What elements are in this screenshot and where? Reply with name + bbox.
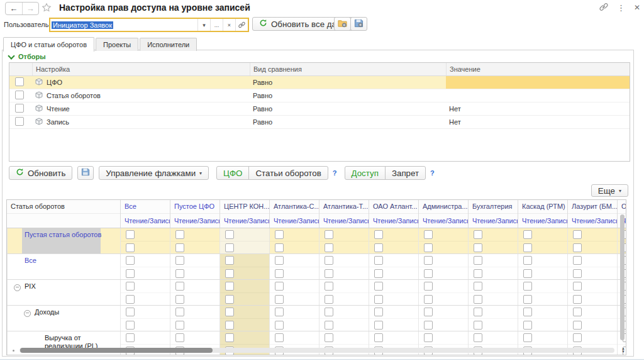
toggle-deny-button[interactable]: Запрет bbox=[385, 166, 426, 180]
write-checkbox[interactable] bbox=[474, 243, 482, 252]
matrix-column-name[interactable]: Администра... bbox=[419, 200, 468, 214]
horizontal-scrollbar-thumb[interactable] bbox=[20, 348, 213, 353]
user-input[interactable]: Инициатор Заявок ▾ ... × bbox=[49, 18, 249, 32]
read-checkbox[interactable] bbox=[275, 256, 284, 265]
read-checkbox[interactable] bbox=[225, 256, 234, 265]
matrix-row-label[interactable]: Пустая статья оборотов bbox=[25, 228, 101, 239]
matrix-column-header[interactable]: Пустое ЦФОЧтение/Запись bbox=[170, 200, 219, 228]
write-checkbox[interactable] bbox=[474, 269, 482, 278]
matrix-row-label-cell[interactable]: Пустая статья оборотов bbox=[7, 228, 120, 253]
write-checkbox[interactable] bbox=[175, 269, 184, 278]
filter-setting-cell[interactable]: Статья оборотов bbox=[32, 91, 250, 100]
filter-comparison-cell[interactable]: Равно bbox=[250, 79, 446, 86]
write-checkbox[interactable] bbox=[374, 269, 383, 278]
write-checkbox[interactable] bbox=[126, 295, 135, 304]
matrix-cell[interactable] bbox=[468, 306, 518, 331]
matrix-column-name[interactable]: Все bbox=[121, 200, 170, 214]
read-checkbox[interactable] bbox=[325, 256, 333, 265]
matrix-column-header[interactable]: ЦЕНТР КОН...Чтение/Запись bbox=[219, 200, 269, 228]
filter-checkbox[interactable] bbox=[15, 117, 24, 126]
matrix-cell[interactable] bbox=[567, 228, 617, 253]
read-checkbox[interactable] bbox=[523, 282, 532, 291]
matrix-row-label-cell[interactable]: Все bbox=[7, 254, 120, 279]
filters-group-header[interactable]: Отборы bbox=[9, 53, 46, 60]
save-button[interactable] bbox=[77, 166, 94, 180]
read-checkbox[interactable] bbox=[275, 230, 284, 239]
matrix-column-header[interactable]: Атлантика-С...Чтение/Запись bbox=[269, 200, 319, 228]
write-checkbox[interactable] bbox=[175, 243, 184, 252]
filter-checkbox[interactable] bbox=[15, 104, 24, 113]
write-checkbox[interactable] bbox=[175, 321, 184, 330]
read-checkbox[interactable] bbox=[474, 256, 482, 265]
read-checkbox[interactable] bbox=[424, 308, 433, 316]
forward-button[interactable]: → bbox=[23, 3, 39, 14]
matrix-cell[interactable] bbox=[170, 254, 219, 279]
matrix-cell[interactable] bbox=[369, 280, 418, 305]
read-checkbox[interactable] bbox=[374, 333, 383, 342]
matrix-cell[interactable] bbox=[319, 306, 369, 331]
read-checkbox[interactable] bbox=[573, 333, 582, 342]
write-checkbox[interactable] bbox=[126, 321, 135, 330]
filter-comparison-cell[interactable]: Равно bbox=[250, 118, 446, 126]
write-checkbox[interactable] bbox=[225, 269, 234, 278]
read-checkbox[interactable] bbox=[175, 282, 184, 291]
read-checkbox[interactable] bbox=[126, 282, 135, 291]
tree-collapse-icon[interactable] bbox=[24, 310, 31, 317]
more-menu-icon[interactable]: ⋮ bbox=[617, 4, 625, 12]
favorite-star-icon[interactable] bbox=[42, 3, 52, 14]
matrix-column-name[interactable]: ЦЕНТР КОН... bbox=[220, 200, 269, 214]
save-settings-button[interactable] bbox=[350, 17, 367, 31]
matrix-column-header[interactable]: Администра...Чтение/Запись bbox=[418, 200, 468, 228]
toggle-articles-button[interactable]: Статьи оборотов bbox=[248, 166, 328, 180]
filter-value-cell[interactable]: Нет bbox=[446, 105, 630, 113]
write-checkbox[interactable] bbox=[573, 243, 582, 252]
matrix-row[interactable]: Доходы bbox=[7, 306, 626, 331]
matrix-column-subheader-link[interactable]: Чтение/Запись bbox=[220, 214, 269, 228]
refresh-button[interactable]: Обновить bbox=[9, 166, 72, 180]
matrix-cell[interactable] bbox=[567, 254, 617, 279]
matrix-row[interactable]: Пустая статья оборотов bbox=[7, 228, 626, 254]
read-checkbox[interactable] bbox=[175, 308, 184, 316]
matrix-cell[interactable] bbox=[518, 306, 567, 331]
read-checkbox[interactable] bbox=[424, 333, 433, 342]
matrix-cell[interactable] bbox=[269, 254, 319, 279]
filter-row[interactable]: Статья оборотовРавно bbox=[9, 89, 630, 103]
matrix-cell[interactable] bbox=[567, 306, 617, 331]
matrix-cell[interactable] bbox=[120, 254, 170, 279]
matrix-cell[interactable] bbox=[369, 306, 418, 331]
filter-row[interactable]: ЧтениеРавноНет bbox=[9, 103, 630, 116]
matrix-cell[interactable] bbox=[219, 228, 269, 253]
read-checkbox[interactable] bbox=[474, 333, 482, 342]
write-checkbox[interactable] bbox=[225, 243, 234, 252]
matrix-column-name[interactable]: Бухгалтерия bbox=[469, 200, 518, 214]
read-checkbox[interactable] bbox=[225, 230, 234, 239]
load-settings-button[interactable] bbox=[334, 17, 351, 31]
user-open-link-icon[interactable] bbox=[235, 19, 248, 31]
matrix-column-name[interactable]: От bbox=[618, 200, 626, 214]
tab-executors[interactable]: Исполнители bbox=[140, 38, 197, 51]
matrix-cell[interactable] bbox=[567, 280, 617, 305]
filter-comparison-cell[interactable]: Равно bbox=[250, 105, 446, 113]
write-checkbox[interactable] bbox=[374, 295, 383, 304]
matrix-cell[interactable] bbox=[319, 280, 369, 305]
vertical-scrollbar[interactable] bbox=[620, 214, 625, 346]
matrix-column-header[interactable]: ВсеЧтение/Запись bbox=[120, 200, 170, 228]
matrix-cell[interactable] bbox=[468, 228, 518, 253]
user-dropdown-icon[interactable]: ▾ bbox=[197, 19, 210, 31]
read-checkbox[interactable] bbox=[424, 230, 433, 239]
write-checkbox[interactable] bbox=[523, 295, 532, 304]
matrix-column-subheader-link[interactable]: Чтение/Запись bbox=[469, 214, 518, 228]
horizontal-scrollbar[interactable] bbox=[19, 348, 614, 353]
matrix-column-header[interactable]: Лазурит (БМ...Чтение/Запись bbox=[567, 200, 617, 228]
write-checkbox[interactable] bbox=[474, 295, 482, 304]
read-checkbox[interactable] bbox=[424, 282, 433, 291]
matrix-column-name[interactable]: Лазурит (БМ... bbox=[568, 200, 617, 214]
read-checkbox[interactable] bbox=[573, 308, 582, 316]
matrix-row-label-cell[interactable]: Доходы bbox=[7, 306, 120, 331]
read-checkbox[interactable] bbox=[225, 333, 234, 342]
manage-flags-button[interactable]: Управление флажками ▾ bbox=[99, 166, 209, 180]
read-checkbox[interactable] bbox=[175, 256, 184, 265]
matrix-column-subheader-link[interactable]: Чтение/Запись bbox=[369, 214, 418, 228]
read-checkbox[interactable] bbox=[275, 333, 284, 342]
close-icon[interactable]: ✕ bbox=[634, 4, 640, 11]
